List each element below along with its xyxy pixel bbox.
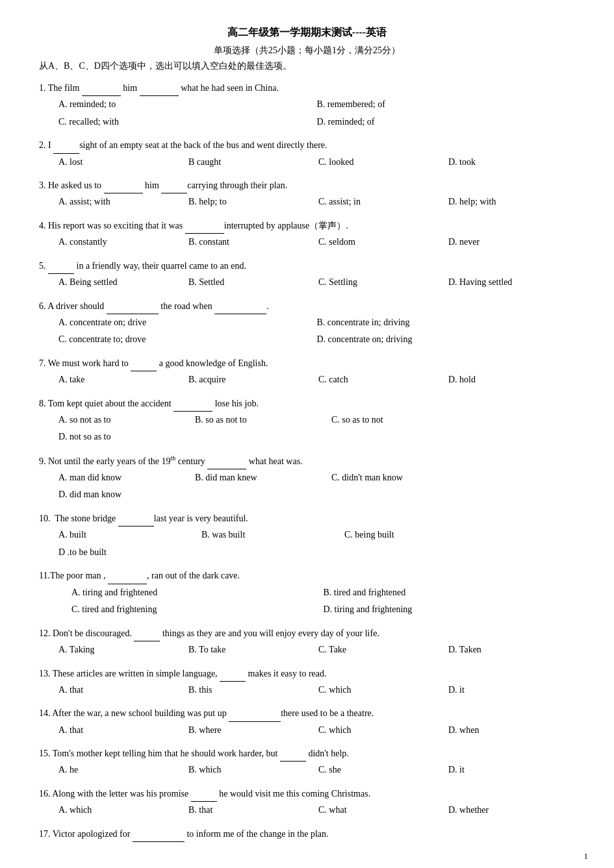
q11-option-d: D. tiring and frightening: [324, 601, 576, 619]
question-5: 5. in a friendly way, their quarrel came…: [39, 258, 575, 291]
question-5-text: 5. in a friendly way, their quarrel came…: [39, 258, 575, 274]
q5-option-d: D. Having settled: [448, 274, 578, 291]
q2-option-c: C. looked: [318, 154, 448, 171]
question-17: 17. Victor apologized for to inform me o…: [39, 826, 575, 842]
q5-option-c: C. Settling: [318, 274, 448, 291]
q6-option-c: C. concentrate to; drove: [58, 331, 317, 349]
q8-option-b: B. so as not to: [195, 412, 325, 429]
q16-option-a: A. which: [58, 802, 188, 819]
q9-option-c: C. didn't man know: [331, 469, 461, 487]
q2-option-d: D. took: [448, 154, 578, 171]
q14-option-d: D. when: [448, 722, 578, 739]
question-1-text: 1. The film him what he had seen in Chin…: [39, 80, 575, 96]
question-1: 1. The film him what he had seen in Chin…: [39, 80, 575, 130]
q9-option-b: B. did man knew: [195, 469, 325, 487]
question-2-text: 2. I sight of an empty seat at the back …: [39, 137, 575, 153]
q14-option-c: C. which: [318, 722, 448, 739]
q6-option-b: B. concentrate in; driving: [317, 314, 576, 332]
q3-option-d: D. help; with: [448, 193, 578, 211]
question-10: 10. The stone bridge last year is very b…: [39, 510, 575, 561]
question-15-text: 15. Tom's mother kept telling him that h…: [39, 745, 575, 762]
question-9-text: 9. Not until the early years of the 19th…: [39, 453, 575, 469]
q3-option-b: B. help; to: [188, 193, 318, 211]
q13-option-c: C. which: [318, 682, 448, 699]
q4-option-a: A. constantly: [58, 234, 188, 251]
q9-option-d: D. did man know: [58, 486, 188, 504]
q10-option-d: D .to be built: [58, 544, 188, 562]
q8-option-c: C. so as to not: [331, 412, 461, 429]
q16-option-b: B. that: [188, 802, 318, 819]
question-14: 14. After the war, a new school building…: [39, 705, 575, 739]
q7-option-c: C. catch: [318, 371, 448, 389]
question-15: 15. Tom's mother kept telling him that h…: [39, 745, 575, 779]
question-13: 13. These articles are written in simple…: [39, 665, 575, 699]
q16-option-d: D. whether: [448, 802, 578, 819]
q10-option-b: B. was built: [201, 527, 331, 544]
q15-option-b: B. which: [188, 762, 318, 779]
q13-option-b: B. this: [188, 682, 318, 699]
title: 高二年级第一学期期末测试----英语: [39, 26, 575, 40]
q12-option-b: B. To take: [188, 641, 318, 659]
question-16-text: 16. Along with the letter was his promis…: [39, 786, 575, 802]
page-number: 1: [584, 851, 589, 862]
q1-option-d: D. reminded; of: [317, 114, 576, 131]
subtitle: 单项选择（共25小题；每小题1分，满分25分）: [39, 45, 575, 56]
question-11: 11.The poor man , , ran out of the dark …: [39, 567, 575, 618]
q12-option-c: C. Take: [318, 641, 448, 659]
q9-option-a: A. man did know: [58, 469, 188, 487]
question-17-text: 17. Victor apologized for to inform me o…: [39, 826, 575, 842]
question-8: 8. Tom kept quiet about the accident los…: [39, 395, 575, 446]
q15-option-a: A. he: [58, 762, 188, 779]
question-11-text: 11.The poor man , , ran out of the dark …: [39, 567, 575, 584]
q11-option-a: A. tiring and frightened: [71, 584, 324, 602]
question-3: 3. He asked us to him carrying through t…: [39, 177, 575, 211]
q6-option-a: A. concentrate on; drive: [58, 314, 317, 332]
q8-option-d: D. not so as to: [58, 428, 188, 446]
q7-option-a: A. take: [58, 371, 188, 389]
q1-option-b: B. remembered; of: [317, 96, 576, 114]
question-4: 4. His report was so exciting that it wa…: [39, 217, 575, 251]
q7-option-b: B. acquire: [188, 371, 318, 389]
q10-option-a: A. built: [58, 527, 188, 544]
q15-option-d: D. it: [448, 762, 578, 779]
question-3-text: 3. He asked us to him carrying through t…: [39, 177, 575, 193]
q11-option-c: C. tired and frightening: [71, 601, 324, 619]
question-9: 9. Not until the early years of the 19th…: [39, 453, 575, 504]
q13-option-d: D. it: [448, 682, 578, 699]
q5-option-b: B. Settled: [188, 274, 318, 291]
q1-option-c: C. recalled; with: [58, 114, 317, 131]
q12-option-a: A. Taking: [58, 641, 188, 659]
question-2: 2. I sight of an empty seat at the back …: [39, 137, 575, 171]
q2-option-b: B caught: [188, 154, 318, 171]
question-13-text: 13. These articles are written in simple…: [39, 665, 575, 682]
question-8-text: 8. Tom kept quiet about the accident los…: [39, 395, 575, 412]
q3-option-c: C. assist; in: [318, 193, 448, 211]
question-12: 12. Don't be discouraged. things as they…: [39, 625, 575, 659]
q3-option-a: A. assist; with: [58, 193, 188, 211]
q4-option-b: B. constant: [188, 234, 318, 251]
question-7: 7. We must work hard to a good knowledge…: [39, 355, 575, 389]
q13-option-a: A. that: [58, 682, 188, 699]
question-10-text: 10. The stone bridge last year is very b…: [39, 510, 575, 527]
q14-option-b: B. where: [188, 722, 318, 739]
question-4-text: 4. His report was so exciting that it wa…: [39, 217, 575, 234]
question-6: 6. A driver should the road when . A. co…: [39, 298, 575, 349]
question-6-text: 6. A driver should the road when .: [39, 298, 575, 314]
question-7-text: 7. We must work hard to a good knowledge…: [39, 355, 575, 371]
question-12-text: 12. Don't be discouraged. things as they…: [39, 625, 575, 641]
q5-option-a: A. Being settled: [58, 274, 188, 291]
q15-option-c: C. she: [318, 762, 448, 779]
q7-option-d: D. hold: [448, 371, 578, 389]
q16-option-c: C. what: [318, 802, 448, 819]
q8-option-a: A. so not as to: [58, 412, 188, 429]
q4-option-d: D. never: [448, 234, 578, 251]
q6-option-d: D. concentrate on; driving: [317, 331, 576, 349]
instruction: 从A、B、C、D四个选项中，选出可以填入空白处的最佳选项。: [39, 60, 575, 72]
q10-option-c: C. being built: [344, 527, 474, 544]
q14-option-a: A. that: [58, 722, 188, 739]
question-14-text: 14. After the war, a new school building…: [39, 705, 575, 721]
q4-option-c: C. seldom: [318, 234, 448, 251]
q1-option-a: A. reminded; to: [58, 96, 317, 114]
q2-option-a: A. lost: [58, 154, 188, 171]
question-16: 16. Along with the letter was his promis…: [39, 786, 575, 819]
